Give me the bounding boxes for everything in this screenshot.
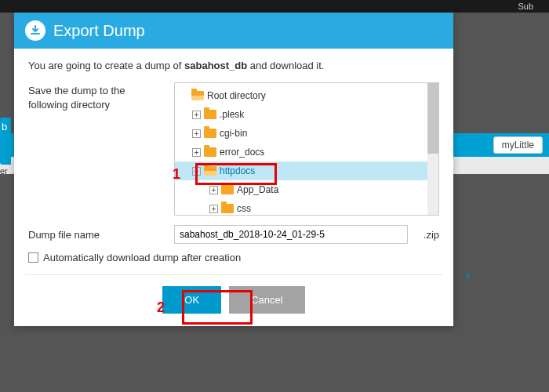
folder-icon: [204, 147, 216, 157]
folder-icon: [221, 185, 234, 194]
tree-cgi-bin[interactable]: + cgi-bin: [175, 124, 438, 143]
tree-app-data[interactable]: + App_Data: [175, 180, 438, 199]
auto-download-row[interactable]: Automatically download dump after creati…: [28, 252, 439, 263]
download-icon: [25, 20, 45, 41]
auto-download-label: Automatically download dump after creati…: [43, 252, 241, 263]
tree-error-docs[interactable]: + error_docs: [175, 143, 438, 162]
modal-header: Export Dump: [14, 13, 453, 49]
intro-text: You are going to create a dump of sabaho…: [28, 60, 439, 71]
tree-root[interactable]: Root directory: [175, 86, 438, 105]
folder-icon: [204, 166, 216, 176]
folder-icon: [204, 110, 216, 119]
folder-icon: [191, 91, 204, 100]
bg-mylittle-btn[interactable]: myLittle: [493, 136, 543, 154]
directory-tree[interactable]: Root directory + .plesk + cgi-bin + erro…: [174, 82, 439, 216]
annotation-number-2: 2: [157, 299, 165, 316]
tree-httpdocs[interactable]: − httpdocs: [175, 162, 438, 180]
auto-download-checkbox[interactable]: [28, 252, 38, 263]
modal-title: Export Dump: [53, 22, 145, 40]
tree-scrollthumb[interactable]: [427, 83, 438, 154]
filename-input[interactable]: [174, 225, 408, 244]
bg-link-frag: ir: [465, 270, 471, 281]
annotation-number-1: 1: [173, 166, 180, 183]
folder-icon: [204, 129, 216, 138]
cancel-button[interactable]: Cancel: [229, 286, 304, 314]
filename-label: Dump file name: [28, 229, 162, 241]
tree-css[interactable]: + css: [175, 199, 438, 216]
tree-plesk[interactable]: + .plesk: [175, 105, 438, 124]
folder-icon: [221, 204, 234, 213]
bg-left-tab: b: [0, 118, 11, 165]
ok-button[interactable]: OK: [162, 286, 221, 314]
page-topbar: Sub: [0, 0, 549, 13]
dir-label: Save the dump to the following directory: [28, 82, 162, 216]
filename-ext: .zip: [420, 229, 439, 241]
export-dump-modal: Export Dump You are going to create a du…: [14, 13, 453, 326]
divider: [25, 274, 442, 275]
bg-left-small: er: [0, 166, 8, 176]
